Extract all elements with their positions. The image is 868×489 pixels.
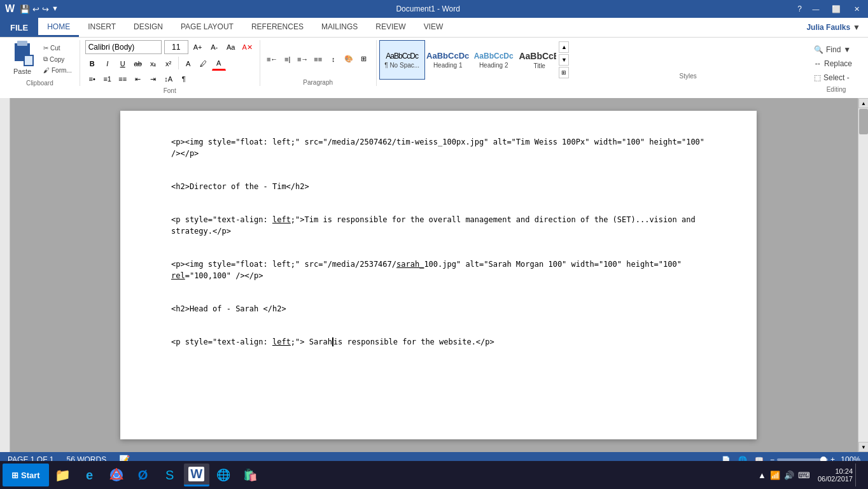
shading-button[interactable]: 🎨: [342, 52, 356, 66]
clock-time: 10:24: [835, 467, 853, 475]
subscript-button[interactable]: x₂: [146, 57, 160, 71]
clear-format-button[interactable]: A✕: [241, 40, 255, 54]
document-page[interactable]: <p><img style="float: left;" src="/media…: [120, 111, 757, 439]
doc-line-5: <p style="text-align: left;">Tim is resp…: [171, 214, 706, 237]
word-logo: W: [5, 3, 15, 15]
help-icon[interactable]: ?: [797, 4, 802, 13]
paste-button[interactable]: Paste: [5, 40, 39, 78]
scroll-down-arrow[interactable]: ▼: [858, 442, 868, 452]
style-heading1[interactable]: AaBbCcDc Heading 1: [425, 40, 471, 80]
font-size-input[interactable]: [164, 40, 188, 54]
user-chevron[interactable]: ▼: [853, 23, 860, 32]
italic-button[interactable]: I: [101, 57, 115, 71]
change-case-button[interactable]: Aa: [224, 40, 238, 54]
style-no-spacing[interactable]: AaBbCcDc ¶ No Spac...: [379, 40, 425, 80]
align-center-button[interactable]: ≡|: [281, 52, 295, 66]
bullets-button[interactable]: ≡•: [85, 72, 99, 86]
doc-line-6: [171, 242, 706, 253]
tab-design[interactable]: DESIGN: [125, 18, 172, 37]
copy-button[interactable]: ⧉ Copy: [41, 54, 74, 64]
vertical-scrollbar[interactable]: ▲ ▼: [858, 98, 868, 452]
minimize-button[interactable]: —: [809, 3, 822, 15]
decrease-indent-button[interactable]: ⇤: [131, 72, 145, 86]
tab-mailings[interactable]: MAILINGS: [312, 18, 367, 37]
increase-indent-button[interactable]: ⇥: [146, 72, 160, 86]
taskbar-network[interactable]: 🌐: [211, 464, 236, 486]
tab-file[interactable]: FILE: [0, 18, 38, 37]
underline-button[interactable]: U: [116, 57, 130, 71]
select-button[interactable]: ⬚ Select -: [809, 71, 863, 85]
scroll-thumb[interactable]: [859, 109, 868, 134]
format-painter-button[interactable]: 🖌 Form...: [41, 66, 74, 75]
close-button[interactable]: ✕: [850, 3, 863, 15]
styles-scroll-down[interactable]: ▼: [559, 54, 569, 66]
multilevel-list-button[interactable]: ≡≡: [116, 72, 130, 86]
style-heading2[interactable]: AaBbCcDc Heading 2: [471, 40, 517, 80]
paragraph-label: Paragraph: [265, 78, 371, 86]
strikethrough-button[interactable]: ab: [131, 57, 145, 71]
taskbar-right: ▲ 📶 🔊 ⌨ 10:24 06/02/2017: [753, 464, 865, 486]
redo-icon[interactable]: ↪: [42, 4, 49, 14]
taskbar-store[interactable]: 🛍️: [237, 464, 263, 486]
styles-more-button[interactable]: ⊞: [559, 67, 569, 78]
customize-icon[interactable]: ▼: [52, 4, 59, 14]
doc-line-9: <h2>Head of - Sarah </h2>: [171, 303, 706, 315]
font-color-button[interactable]: A: [212, 57, 226, 71]
replace-button[interactable]: ↔ Replace: [809, 57, 863, 71]
tab-insert[interactable]: INSERT: [79, 18, 125, 37]
superscript-button[interactable]: x²: [162, 57, 176, 71]
ribbon-content: Paste ✂ Cut ⧉ Copy 🖌 Form... Clipboard: [0, 37, 868, 98]
font-grow-button[interactable]: A+: [191, 40, 205, 54]
restore-button[interactable]: ⬜: [830, 3, 843, 15]
bold-button[interactable]: B: [85, 57, 99, 71]
tray-arrow-icon[interactable]: ▲: [758, 471, 766, 480]
taskbar-file-explorer[interactable]: 📁: [50, 464, 76, 486]
align-left-button[interactable]: ≡←: [265, 52, 279, 66]
undo-icon[interactable]: ↩: [32, 4, 39, 14]
align-right-button[interactable]: ≡→: [296, 52, 310, 66]
font-shrink-button[interactable]: A-: [207, 40, 221, 54]
doc-line-11[interactable]: <p style="text-align: left;"> Sarahis re…: [171, 336, 706, 348]
clock[interactable]: 10:24 06/02/2017: [818, 467, 853, 483]
font-name-input[interactable]: [85, 40, 162, 54]
taskbar: ⊞ Start 📁 e Ø S W 🌐 🛍️ ▲ 📶 🔊 ⌨: [0, 461, 868, 489]
scroll-track[interactable]: [858, 108, 868, 442]
tab-home[interactable]: HOME: [38, 18, 79, 37]
taskbar-skype[interactable]: S: [157, 464, 183, 486]
sort-button[interactable]: ↕A: [162, 72, 176, 86]
justify-button[interactable]: ≡≡: [311, 52, 325, 66]
tab-references[interactable]: REFERENCES: [242, 18, 312, 37]
start-button[interactable]: ⊞ Start: [3, 464, 49, 486]
tab-page-layout[interactable]: PAGE LAYOUT: [172, 18, 242, 37]
borders-button[interactable]: ⊞: [357, 52, 371, 66]
taskbar-chrome[interactable]: [104, 464, 129, 486]
doc-line-3: <h2>Director of the - Tim</h2>: [171, 181, 706, 192]
show-desktop-button[interactable]: [855, 464, 860, 486]
volume-tray-icon[interactable]: 🔊: [784, 471, 794, 480]
style-title[interactable]: AaBbCcB Title: [517, 40, 557, 80]
taskbar-word[interactable]: W: [184, 464, 209, 486]
input-tray-icon[interactable]: ⌨: [798, 471, 810, 480]
text-effects-button[interactable]: A: [181, 57, 195, 71]
network-tray-icon[interactable]: 📶: [770, 471, 780, 480]
text-highlight-button[interactable]: 🖊: [197, 57, 211, 71]
window-title: Document1 - Word: [59, 4, 797, 13]
styles-scroll-controls: ▲ ▼ ⊞: [559, 41, 569, 78]
show-marks-button[interactable]: ¶: [177, 72, 191, 86]
start-windows-icon: ⊞: [11, 471, 18, 480]
taskbar-ie[interactable]: e: [77, 464, 102, 486]
doc-line-1: <p><img style="float: left;" src="/media…: [171, 136, 706, 159]
scroll-up-arrow[interactable]: ▲: [858, 98, 868, 108]
clock-date: 06/02/2017: [818, 475, 853, 483]
line-spacing-button[interactable]: ↕: [326, 52, 340, 66]
taskbar-outlook[interactable]: Ø: [130, 464, 156, 486]
document-container[interactable]: <p><img style="float: left;" src="/media…: [19, 98, 858, 452]
find-button[interactable]: 🔍 Find ▼: [809, 43, 863, 57]
numbering-button[interactable]: ≡1: [101, 72, 115, 86]
styles-scroll-up[interactable]: ▲: [559, 41, 569, 53]
user-area: Julia Faulks ▼: [806, 23, 868, 32]
cut-button[interactable]: ✂ Cut: [41, 43, 74, 53]
tab-review[interactable]: REVIEW: [367, 18, 414, 37]
quick-save-icon[interactable]: 💾: [20, 4, 30, 14]
tab-view[interactable]: VIEW: [415, 18, 452, 37]
